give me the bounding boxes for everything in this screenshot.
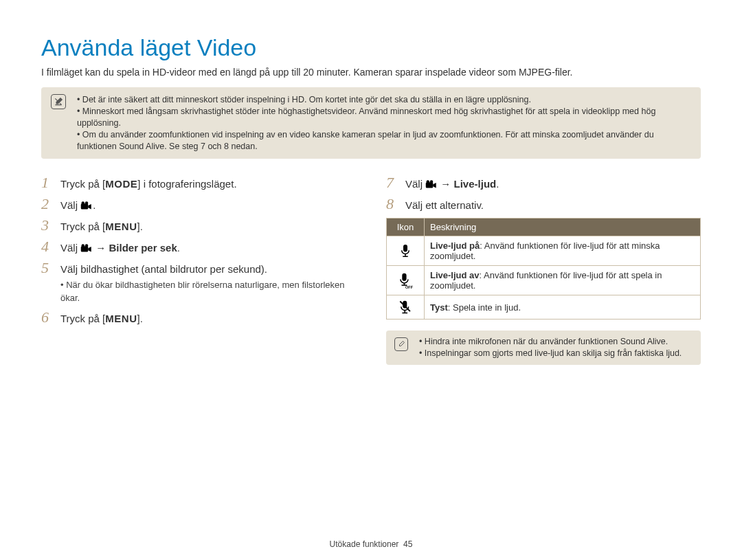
- step-number: 5: [41, 260, 60, 276]
- mic-off-icon: OFF: [398, 271, 413, 289]
- table-header-desc: Beskrivning: [425, 219, 701, 236]
- step-bold-label: Bilder per sek: [109, 242, 177, 254]
- step-number: 2: [41, 197, 60, 212]
- note-box-top: Det är inte säkert att ditt minneskort s…: [41, 87, 701, 159]
- mic-on-icon-cell: [387, 236, 425, 266]
- step-number: 1: [41, 175, 60, 190]
- step-number: 8: [386, 197, 405, 212]
- table-desc-cell: Live-ljud på: Använd funktionen för live…: [425, 236, 701, 266]
- step-body: Tryck på [MENU].: [60, 310, 143, 326]
- step-number: 7: [386, 175, 405, 190]
- page-title: Använda läget Video: [41, 34, 701, 61]
- step-body: Välj bildhastighet (antal bildrutor per …: [60, 260, 356, 304]
- note-item: Inspelningar som gjorts med live-ljud ka…: [419, 348, 693, 359]
- step-number: 3: [41, 218, 60, 233]
- menu-key: MENU: [105, 219, 137, 234]
- svg-point-5: [85, 245, 89, 248]
- step-body: Välj → Bilder per sek.: [60, 239, 180, 255]
- step-8: 8Välj ett alternativ.: [386, 197, 701, 212]
- step-body: Välj ett alternativ.: [405, 197, 484, 212]
- note-icon: [51, 94, 66, 109]
- camcorder-icon: [80, 201, 93, 211]
- step-7: 7Välj → Live-ljud.: [386, 175, 701, 191]
- step-5: 5Välj bildhastighet (antal bildrutor per…: [41, 260, 356, 304]
- options-table: Ikon Beskrivning Live-ljud på: Använd fu…: [386, 218, 701, 320]
- step-4: 4Välj → Bilder per sek.: [41, 239, 356, 255]
- note-item: Om du använder zoomfunktionen vid inspel…: [77, 129, 691, 153]
- table-desc-cell: Live-ljud av: Använd funktionen för live…: [425, 266, 701, 295]
- svg-point-4: [82, 245, 85, 248]
- step-3: 3Tryck på [MENU].: [41, 218, 356, 234]
- step-1: 1Tryck på [MODE] i fotograferingsläget.: [41, 175, 356, 191]
- step-body: Välj → Live-ljud.: [405, 175, 499, 191]
- footer-page-number: 45: [403, 539, 412, 549]
- mic-off-icon-cell: OFF: [387, 266, 425, 295]
- step-number: 6: [41, 310, 60, 325]
- intro-text: I filmläget kan du spela in HD-videor me…: [41, 67, 701, 78]
- note-item: Minneskort med långsam skrivhastighet st…: [77, 106, 691, 129]
- svg-point-2: [85, 202, 89, 205]
- menu-key: MENU: [105, 311, 137, 326]
- table-desc-cell: Tyst: Spela inte in ljud.: [425, 295, 701, 320]
- step-sub: När du ökar bildhastigheten blir rörelse…: [60, 279, 356, 304]
- steps-left-column: 1Tryck på [MODE] i fotograferingsläget.2…: [41, 175, 356, 365]
- svg-text:OFF: OFF: [405, 285, 413, 289]
- step-body: Tryck på [MODE] i fotograferingsläget.: [60, 175, 237, 191]
- step-number: 4: [41, 239, 60, 254]
- camcorder-icon: [80, 244, 93, 254]
- page-footer: Utökade funktioner 45: [0, 539, 742, 549]
- table-row: Tyst: Spela inte in ljud.: [387, 295, 701, 320]
- note-icon: [394, 337, 408, 351]
- svg-point-1: [82, 202, 85, 205]
- footer-section: Utökade funktioner: [330, 539, 399, 549]
- note-item: Det är inte säkert att ditt minneskort s…: [77, 94, 691, 106]
- step-2: 2Välj .: [41, 197, 356, 212]
- svg-point-7: [427, 181, 430, 184]
- steps-right-column: 7Välj → Live-ljud.8Välj ett alternativ. …: [386, 175, 701, 365]
- table-row: Live-ljud på: Använd funktionen för live…: [387, 236, 701, 266]
- svg-rect-9: [403, 245, 407, 252]
- note-box-bottom: Hindra inte mikrofonen när du använder f…: [386, 331, 701, 365]
- mic-on-icon: [399, 243, 412, 258]
- step-6: 6Tryck på [MENU].: [41, 310, 356, 326]
- svg-point-8: [430, 181, 434, 184]
- step-bold-label: Live-ljud: [454, 178, 497, 190]
- camcorder-icon: [425, 180, 438, 190]
- table-row: OFFLive-ljud av: Använd funktionen för l…: [387, 266, 701, 295]
- mute-icon-cell: [387, 295, 425, 320]
- mode-key: MODE: [105, 177, 137, 191]
- svg-rect-12: [402, 273, 406, 281]
- step-body: Välj .: [60, 197, 95, 212]
- note-item: Hindra inte mikrofonen när du använder f…: [419, 336, 693, 348]
- table-header-icon: Ikon: [387, 219, 425, 236]
- mute-icon: [398, 300, 412, 315]
- step-body: Tryck på [MENU].: [60, 218, 143, 234]
